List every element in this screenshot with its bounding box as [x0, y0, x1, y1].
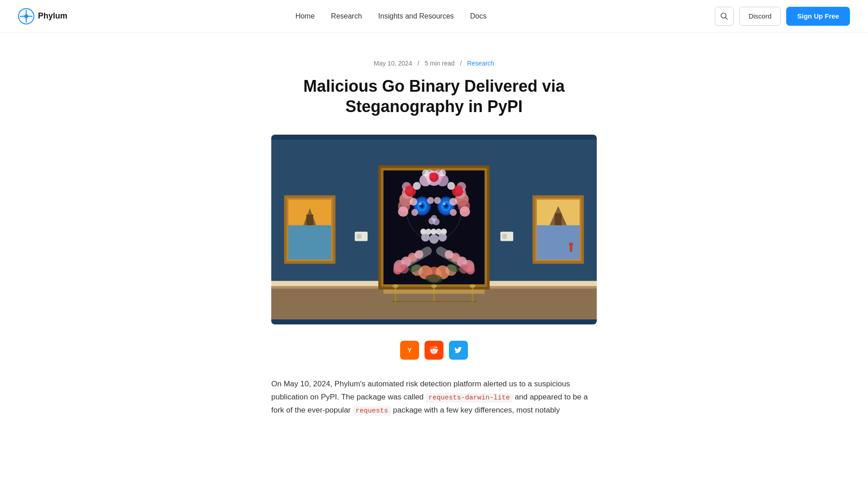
nav-insights[interactable]: Insights and Resources [378, 12, 454, 20]
nav-docs[interactable]: Docs [470, 12, 486, 20]
logo-link[interactable]: Phylum [18, 8, 67, 24]
code-package-name: requests-darwin-lite [426, 393, 513, 403]
navbar: Phylum Home Research Insights and Resour… [0, 0, 868, 33]
svg-point-65 [450, 209, 457, 216]
article-category[interactable]: Research [467, 60, 494, 67]
article-title: Malicious Go Binary Delivered via Stegan… [271, 76, 597, 117]
article-main: May 10, 2024 / 5 min read / Research Mal… [262, 33, 606, 453]
nav-actions: Discord Sign Up Free [715, 7, 850, 26]
article-body: On May 10, 2024, Phylum's automated risk… [271, 378, 597, 417]
code-requests: requests [353, 406, 391, 416]
svg-point-108 [439, 169, 446, 176]
svg-point-107 [422, 169, 429, 176]
reddit-icon [429, 345, 439, 355]
svg-rect-16 [288, 225, 331, 260]
nav-home[interactable]: Home [295, 12, 315, 20]
svg-point-117 [431, 284, 437, 288]
svg-point-119 [470, 284, 476, 288]
svg-rect-26 [570, 247, 572, 252]
article-read-time: 5 min read [425, 60, 454, 67]
nav-research[interactable]: Research [331, 12, 362, 20]
share-row: Y [271, 341, 597, 360]
svg-line-8 [725, 17, 727, 19]
twitter-icon [454, 346, 463, 355]
svg-point-105 [413, 182, 421, 190]
share-hackernews-button[interactable]: Y [400, 341, 419, 360]
svg-rect-24 [555, 213, 561, 225]
article-meta: May 10, 2024 / 5 min read / Research [271, 60, 597, 67]
svg-point-100 [406, 185, 413, 193]
gallery-scene-svg [271, 135, 597, 324]
logo-text: Phylum [38, 11, 67, 21]
article-end-text: package with a few key differences, most… [391, 406, 560, 414]
svg-rect-120 [383, 290, 485, 294]
discord-button[interactable]: Discord [739, 7, 781, 26]
svg-point-76 [438, 233, 447, 242]
svg-point-53 [419, 202, 422, 205]
svg-point-90 [466, 266, 475, 275]
svg-point-106 [447, 182, 455, 190]
signup-button[interactable]: Sign Up Free [786, 7, 850, 26]
svg-point-68 [431, 215, 437, 221]
svg-point-54 [410, 198, 417, 206]
svg-rect-110 [357, 234, 361, 239]
svg-rect-18 [307, 215, 313, 225]
svg-point-25 [569, 242, 573, 246]
svg-point-71 [430, 229, 436, 235]
svg-rect-109 [355, 232, 368, 241]
svg-point-84 [393, 266, 402, 275]
svg-point-62 [443, 202, 446, 205]
separator-2: / [460, 60, 462, 67]
svg-point-102 [455, 185, 462, 193]
svg-point-64 [449, 198, 457, 206]
search-icon [720, 12, 728, 20]
svg-rect-112 [503, 234, 507, 239]
search-button[interactable] [715, 7, 734, 26]
separator-1: / [418, 60, 420, 67]
svg-point-46 [460, 206, 470, 217]
svg-point-56 [427, 197, 434, 204]
svg-point-63 [434, 197, 441, 204]
svg-point-75 [429, 234, 439, 244]
article-date: May 10, 2024 [374, 60, 412, 67]
svg-point-82 [415, 250, 423, 258]
article-hero-image [271, 135, 597, 324]
svg-point-2 [24, 14, 28, 18]
share-reddit-button[interactable] [425, 341, 443, 360]
svg-point-115 [392, 284, 398, 288]
svg-point-88 [445, 250, 453, 258]
phylum-logo-icon [18, 8, 34, 24]
nav-links: Home Research Insights and Resources Doc… [295, 12, 486, 20]
svg-point-74 [421, 233, 430, 242]
svg-point-41 [398, 206, 408, 217]
svg-point-55 [411, 209, 418, 216]
svg-rect-22 [537, 225, 580, 260]
share-twitter-button[interactable] [449, 341, 468, 360]
svg-point-104 [430, 173, 436, 178]
